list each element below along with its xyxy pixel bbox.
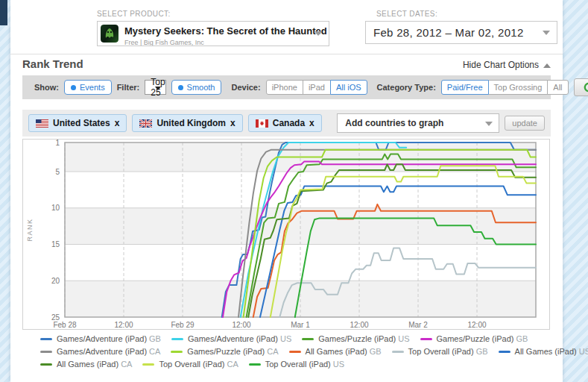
hide-chart-options-link[interactable]: Hide Chart Options [463, 60, 551, 70]
legend-row: All Games (iPad)CATop Overall (iPad)CATo… [40, 360, 547, 369]
filter-select[interactable]: Top 25 [145, 80, 165, 95]
legend-swatch-icon [40, 363, 52, 366]
product-dropdown-caret-icon[interactable] [314, 31, 322, 36]
legend-item: Top Overall (iPad)CA [142, 360, 238, 369]
legend-item: All Games (iPad)CA [40, 360, 132, 369]
legend-item: Games/Adventure (iPad)US [171, 334, 291, 343]
update-button[interactable]: update [505, 116, 545, 131]
country-tag-united-kingdom[interactable]: United Kingdom x [132, 114, 242, 132]
legend-item: Games/Adventure (iPad)GB [40, 334, 161, 343]
filter-label: Filter: [117, 83, 140, 92]
legend-series-country: US [398, 334, 409, 343]
country-tag-united-states[interactable]: United States x [28, 114, 127, 132]
x-tick-label: 12:00 [467, 321, 486, 329]
smooth-toggle-button[interactable]: Smooth [171, 80, 222, 95]
x-tick-label: 12:00 [350, 321, 368, 329]
y-tick-label: 1 [55, 140, 60, 147]
legend-swatch-icon [142, 363, 154, 366]
remove-country-icon[interactable]: x [115, 118, 120, 128]
device-option-all-ios[interactable]: All iOS [330, 80, 367, 95]
events-toggle-button[interactable]: Events [64, 80, 112, 95]
legend-series-country: CA [149, 347, 160, 356]
select-dates-label: SELECT DATES: [376, 10, 437, 18]
category-option-all[interactable]: All [547, 80, 568, 95]
refresh-icon [584, 82, 588, 93]
legend-series-name: Games/Puzzle (iPad) [318, 334, 396, 343]
legend-swatch-icon [249, 363, 261, 366]
remove-country-icon[interactable]: x [309, 118, 314, 128]
add-countries-dropdown[interactable]: Add countries to graph [337, 113, 499, 133]
product-subtitle: Free | Big Fish Games, Inc [124, 39, 204, 46]
legend-item: Top Overall (iPad)US [249, 360, 344, 369]
legend-series-country: GB [476, 347, 488, 356]
legend-item: Games/Puzzle (iPad)GB [420, 334, 528, 343]
remove-country-icon[interactable]: x [230, 118, 235, 128]
y-tick-label: 20 [51, 277, 60, 285]
rank-trend-chart: 1510152025Feb 2812:00Feb 2912:00Mar 112:… [22, 139, 550, 330]
product-app-icon [101, 25, 118, 43]
legend-series-name: Games/Adventure (iPad) [188, 334, 278, 343]
date-range-selector[interactable]: Feb 28, 2012 – Mar 02, 2012 [365, 21, 557, 44]
legend-series-country: GB [370, 347, 382, 356]
ca-flag-icon [256, 119, 268, 128]
gb-flag-icon [139, 119, 152, 128]
smooth-dot-icon [178, 85, 183, 90]
x-tick-label: Mar 1 [291, 321, 310, 329]
legend-swatch-icon [171, 351, 183, 353]
legend-item: Games/Puzzle (iPad)CA [171, 347, 278, 356]
legend-swatch-icon [40, 351, 52, 353]
legend-series-country: CA [267, 347, 278, 356]
legend-series-name: Top Overall (iPad) [408, 347, 474, 356]
legend-swatch-icon [302, 338, 314, 340]
legend-item: Games/Puzzle (iPad)US [302, 334, 409, 343]
legend-series-country: US [333, 360, 344, 369]
legend-series-name: All Games (iPad) [306, 347, 367, 356]
x-tick-label: Feb 29 [171, 321, 195, 329]
legend-swatch-icon [171, 338, 183, 340]
hide-chart-options-label: Hide Chart Options [463, 60, 539, 70]
product-title: Mystery Seekers: The Secret of the Haunt… [124, 25, 329, 37]
y-tick-label: 25 [51, 313, 60, 322]
category-option-top-grossing[interactable]: Top Grossing [488, 80, 549, 95]
add-countries-caret-icon [485, 122, 493, 126]
date-range-value: Feb 28, 2012 – Mar 02, 2012 [373, 26, 524, 39]
legend-series-country: GB [149, 334, 161, 343]
y-axis-title: RANK [26, 218, 34, 241]
legend-item: All Games (iPad)US [499, 347, 588, 356]
product-selector[interactable]: Mystery Seekers: The Secret of the Haunt… [97, 21, 329, 46]
country-tag-label: United Kingdom [157, 118, 226, 128]
refresh-button[interactable]: REFRESH [574, 78, 588, 96]
legend-series-name: Top Overall (iPad) [265, 360, 331, 369]
date-dropdown-caret-icon[interactable] [543, 31, 550, 35]
legend-series-name: Games/Adventure (iPad) [57, 334, 147, 343]
chart-legend: Games/Adventure (iPad)GBGames/Adventure … [40, 334, 547, 372]
device-option-ipad[interactable]: iPad [303, 80, 331, 95]
device-option-iphone[interactable]: iPhone [266, 80, 303, 95]
legend-swatch-icon [499, 351, 510, 353]
y-tick-label: 5 [55, 168, 60, 176]
country-tag-canada[interactable]: Canada x [248, 114, 322, 132]
legend-series-name: Games/Puzzle (iPad) [187, 347, 265, 356]
category-segmented-control: Paid/Free Top Grossing All [441, 80, 569, 95]
device-label: Device: [231, 83, 260, 92]
chart-options-toolbar: Show: Events Filter: Top 25 Smooth Devic… [22, 75, 551, 99]
filter-select-caret-icon [155, 87, 161, 90]
page-content: SELECT PRODUCT: Mystery Seekers: The Sec… [10, 0, 563, 382]
legend-series-name: Games/Puzzle (iPad) [437, 334, 514, 343]
x-tick-label: Feb 28 [53, 321, 77, 329]
y-tick-label: 15 [51, 240, 60, 248]
header-divider [10, 54, 563, 54]
category-option-paid-free[interactable]: Paid/Free [441, 80, 489, 95]
show-label: Show: [34, 83, 59, 92]
country-tag-label: Canada [273, 118, 305, 128]
legend-swatch-icon [289, 351, 301, 353]
legend-item: All Games (iPad)GB [289, 347, 382, 356]
legend-row: Games/Adventure (iPad)CAGames/Puzzle (iP… [40, 347, 547, 356]
country-tag-label: United States [53, 118, 110, 128]
legend-series-name: Games/Adventure (iPad) [57, 347, 147, 356]
legend-swatch-icon [40, 338, 52, 340]
legend-swatch-icon [420, 338, 432, 340]
us-flag-icon [36, 119, 48, 128]
x-tick-label: 12:00 [232, 321, 250, 329]
page-title: Rank Trend [22, 57, 83, 70]
